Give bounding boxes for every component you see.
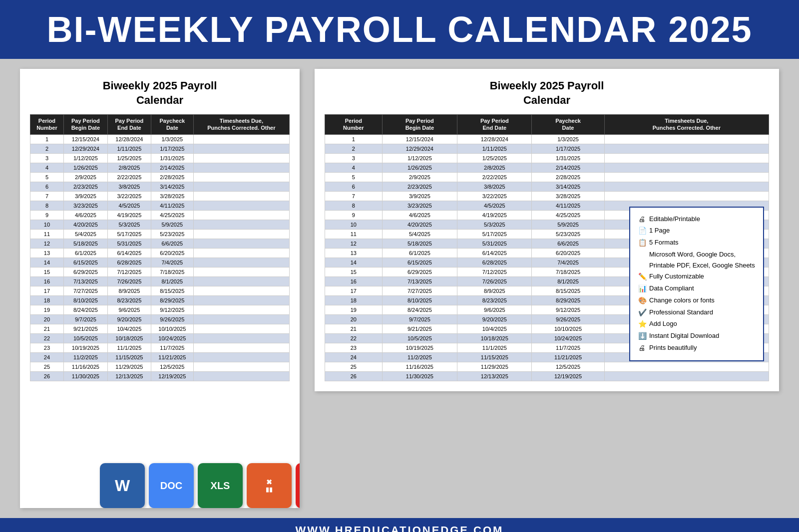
table-row: 2611/30/202512/13/202512/19/2025 <box>30 371 290 381</box>
table-row: 2411/2/202511/15/202511/21/2025 <box>30 352 290 362</box>
word-icon: W <box>100 463 145 508</box>
table-row: 52/9/20252/22/20252/28/2025 <box>325 172 769 182</box>
footer-url: WWW.HREDUCATIONEDGE.COM <box>296 524 504 532</box>
feature-colors: 🎨 Change colors or fonts <box>638 295 755 307</box>
table-row: 212/29/20241/11/20251/17/2025 <box>325 144 769 153</box>
table-row: 62/23/20253/8/20253/14/2025 <box>325 182 769 191</box>
format-icons: W DOC XLS ✖ ▮▮ PDF <box>100 463 300 508</box>
col-timesheets-r: Timesheets Due,Punches Corrected. Other <box>604 115 769 135</box>
col-begin-r: Pay PeriodBegin Date <box>382 115 457 135</box>
left-calendar-card: Biweekly 2025 PayrollCalendar PeriodNumb… <box>20 69 300 508</box>
table-row: 125/18/20255/31/20256/6/2025 <box>30 239 290 248</box>
feature-data: 📊 Data Compliant <box>638 283 755 295</box>
col-end: Pay PeriodEnd Date <box>107 115 151 135</box>
table-row: 219/21/202510/4/202510/10/2025 <box>30 324 290 333</box>
col-begin: Pay PeriodBegin Date <box>63 115 107 135</box>
right-calendar-title: Biweekly 2025 PayrollCalendar <box>325 79 769 107</box>
xls-icon: XLS <box>198 463 243 508</box>
table-row: 198/24/20259/6/20259/12/2025 <box>30 305 290 314</box>
table-row: 146/15/20256/28/20257/4/2025 <box>30 258 290 267</box>
feature-page: 📄 1 Page <box>638 225 755 237</box>
table-row: 167/13/20257/26/20258/1/2025 <box>30 276 290 286</box>
header-title: BI-WEEKLY PAYROLL CALENDAR 2025 <box>47 9 753 49</box>
page-footer: WWW.HREDUCATIONEDGE.COM <box>0 518 799 532</box>
table-row: 115/4/20255/17/20255/23/2025 <box>30 229 290 239</box>
xlsx-icon: ✖ ▮▮ <box>247 463 292 508</box>
feature-editable: 🖨 Editable/Printable <box>638 214 755 226</box>
table-row: 31/12/20251/25/20251/31/2025 <box>325 153 769 163</box>
table-row: 209/7/20259/20/20259/26/2025 <box>30 314 290 324</box>
feature-apps: Microsoft Word, Google Docs, Printable P… <box>638 249 755 271</box>
col-timesheets: Timesheets Due,Punches Corrected. Other <box>193 115 289 135</box>
table-row: 188/10/20258/23/20258/29/2025 <box>30 295 290 305</box>
col-paycheck-r: PaycheckDate <box>532 115 604 135</box>
col-period: PeriodNumber <box>30 115 64 135</box>
features-box: 🖨 Editable/Printable 📄 1 Page 📋 5 Format… <box>629 207 764 361</box>
table-row: 73/9/20253/22/20253/28/2025 <box>30 191 290 201</box>
table-row: 136/1/20256/14/20256/20/2025 <box>30 248 290 258</box>
col-end-r: Pay PeriodEnd Date <box>457 115 532 135</box>
table-row: 41/26/20252/8/20252/14/2025 <box>325 163 769 172</box>
feature-prints: 🖨 Prints beautifully <box>638 342 755 354</box>
table-row: 104/20/20255/3/20255/9/2025 <box>30 220 290 229</box>
table-row: 73/9/20253/22/20253/28/2025 <box>325 191 769 201</box>
table-row: 2611/30/202512/13/202512/19/2025 <box>325 371 769 381</box>
table-row: 2210/5/202510/18/202510/24/2025 <box>30 333 290 343</box>
doc-icon: DOC <box>149 463 194 508</box>
col-paycheck: PaycheckDate <box>151 115 193 135</box>
col-period-r: PeriodNumber <box>325 115 383 135</box>
page-header: BI-WEEKLY PAYROLL CALENDAR 2025 <box>0 0 799 59</box>
feature-formats: 📋 5 Formats <box>638 237 755 249</box>
table-row: 62/23/20253/8/20253/14/2025 <box>30 182 290 191</box>
table-row: 112/15/202412/28/20241/3/2025 <box>325 134 769 144</box>
left-calendar-title: Biweekly 2025 PayrollCalendar <box>30 79 290 107</box>
table-row: 2511/16/202511/29/202512/5/2025 <box>325 362 769 371</box>
table-row: 212/29/20241/11/20251/17/2025 <box>30 144 290 153</box>
feature-customizable: ✏️ Fully Customizable <box>638 271 755 283</box>
table-row: 177/27/20258/9/20258/15/2025 <box>30 286 290 295</box>
feature-professional: ✔️ Professional Standard <box>638 307 755 319</box>
feature-download: ⬇️ Instant Digital Download <box>638 330 755 342</box>
table-row: 41/26/20252/8/20252/14/2025 <box>30 163 290 172</box>
table-row: 156/29/20257/12/20257/18/2025 <box>30 267 290 276</box>
pdf-icon: PDF <box>296 463 300 508</box>
right-calendar-card: Biweekly 2025 PayrollCalendar PeriodNumb… <box>315 69 779 391</box>
table-row: 83/23/20254/5/20254/11/2025 <box>30 201 290 210</box>
left-payroll-table: PeriodNumber Pay PeriodBegin Date Pay Pe… <box>30 114 290 381</box>
table-row: 31/12/20251/25/20251/31/2025 <box>30 153 290 163</box>
table-row: 112/15/202412/28/20241/3/2025 <box>30 134 290 144</box>
table-row: 2511/16/202511/29/202512/5/2025 <box>30 362 290 371</box>
table-row: 94/6/20254/19/20254/25/2025 <box>30 210 290 220</box>
table-row: 52/9/20252/22/20252/28/2025 <box>30 172 290 182</box>
table-row: 2310/19/202511/1/202511/7/2025 <box>30 343 290 352</box>
right-section: Biweekly 2025 PayrollCalendar PeriodNumb… <box>315 69 779 508</box>
feature-logo: ⭐ Add Logo <box>638 318 755 330</box>
main-content: Biweekly 2025 PayrollCalendar PeriodNumb… <box>0 59 799 518</box>
